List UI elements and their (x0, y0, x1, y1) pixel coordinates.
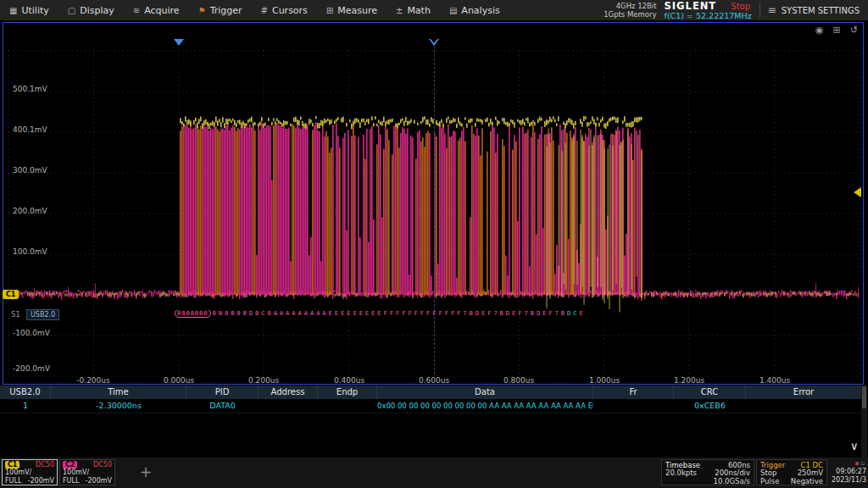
clock-date: 2023/11/3 (829, 476, 866, 485)
c2-scale: 100mV/ (63, 469, 89, 477)
cell-data: 0x00 00 00 00 00 00 00 00 00 AA AA AA AA… (377, 399, 593, 413)
decode-payload: 0N0000D0C0AAAAAAAAAEEEEEEEEEFFFFFFFFFFFF… (213, 310, 567, 317)
rotate-icon[interactable]: ↺ (850, 25, 858, 36)
menu-right-cluster: 4GHz 12Bit 1Gpts Memory SIGLENT Stop f(C… (604, 0, 868, 20)
menu-display-label: Display (80, 5, 114, 16)
menu-utility-label: Utility (21, 5, 48, 16)
col-fr[interactable]: Fr (593, 385, 674, 399)
menu-display[interactable]: ▢ Display (58, 0, 124, 20)
x-label-7: 1.200us (664, 376, 715, 385)
cell-endp (318, 399, 377, 413)
decode-crc-field: DC (567, 310, 579, 317)
decode-sync-field: 0000000 (175, 310, 211, 318)
y-label-neg100: -100.0mV (13, 329, 55, 337)
col-data[interactable]: Data (377, 385, 593, 399)
decode-end: E (579, 310, 585, 317)
spec-bandwidth: 4GHz 12Bit (604, 2, 656, 10)
menu-measure[interactable]: ⊞ Measure (317, 0, 387, 20)
col-bus[interactable]: USB2.0 (0, 385, 51, 399)
col-endp[interactable]: Endp (318, 385, 377, 399)
table-scrollbar-thumb[interactable] (862, 386, 866, 408)
decode-slot-label: S1 (11, 310, 20, 319)
col-error[interactable]: Error (746, 385, 861, 399)
brand-logo: SIGLENT (665, 0, 717, 12)
y-label-100: 100.0mV (13, 247, 55, 256)
trigger-level: 250mV (798, 469, 823, 477)
plot-toolbar: ◉ ⊞ ↺ (815, 25, 858, 36)
x-label-4: 0.600us (409, 376, 459, 385)
scroll-down-chevron[interactable]: ∨ (850, 440, 859, 452)
y-label-neg200: -200.0mV (13, 364, 55, 373)
timebase-scale: 200ns/div (715, 469, 750, 477)
menu-measure-label: Measure (337, 5, 377, 16)
utility-icon: ▦ (9, 6, 17, 15)
x-label-0: -0.200us (68, 376, 119, 385)
y-label-300: 300.0mV (13, 166, 55, 175)
x-label-3: 0.400us (324, 376, 375, 385)
divider (760, 3, 760, 18)
trigger-level-arrow[interactable] (854, 187, 861, 197)
menu-cursors[interactable]: # Cursors (252, 0, 317, 20)
menu-trigger-label: Trigger (210, 5, 242, 16)
c2-coupling: DC50 (93, 461, 112, 469)
y-label-400: 400.1mV (13, 125, 55, 134)
decode-table-header: USB2.0 Time PID Address Endp Data Fr CRC… (0, 385, 861, 399)
trigger-type: Pulse (760, 477, 779, 485)
col-time[interactable]: Time (51, 385, 186, 399)
menu-cursors-label: Cursors (272, 5, 308, 16)
c1-chip: C1 (5, 461, 19, 469)
menu-analysis-label: Analysis (461, 5, 499, 16)
system-settings-button[interactable]: ≡ SYSTEM SETTINGS (768, 4, 863, 16)
time-zero-marker[interactable] (174, 39, 184, 46)
trigger-flag-icon: ⚑ (198, 6, 206, 15)
waveform-display-frame[interactable] (3, 22, 864, 385)
timebase-title: Timebase (665, 461, 700, 469)
c1-bandwidth: FULL (5, 477, 21, 485)
menu-acquire-label: Acquire (144, 5, 179, 16)
menu-math-label: Math (407, 5, 431, 16)
spec-memory: 1Gpts Memory (604, 10, 656, 19)
c1-ground-marker[interactable]: C1 (3, 290, 19, 299)
frequency-readout: f(C1) = 52.22217MHz (665, 11, 752, 20)
x-label-8: 1.400us (749, 376, 800, 385)
timebase-descriptor[interactable]: Timebase 600ns 20.0kpts 200ns/div 10.0GS… (661, 459, 754, 485)
trigger-title: Trigger (760, 461, 785, 469)
c1-scale: 100mV/ (5, 469, 31, 477)
menu-utility[interactable]: ▦ Utility (0, 0, 58, 20)
decode-bus-badge[interactable]: USB2.0 (26, 309, 59, 320)
table-row[interactable]: 1 -2.30000ns DATA0 0x00 00 00 00 00 00 0… (0, 399, 861, 413)
channel-c1-descriptor[interactable]: C1 DC50 100mV/ FULL -200mV (2, 459, 58, 485)
trigger-position-line (434, 46, 435, 374)
x-label-5: 0.800us (493, 376, 544, 385)
cell-crc: 0xCEB6 (674, 399, 746, 413)
col-crc[interactable]: CRC (674, 385, 746, 399)
analysis-icon: ▤ (449, 6, 457, 15)
c2-chip: C2 (63, 461, 77, 469)
brand-block: SIGLENT Stop f(C1) = 52.22217MHz (665, 0, 752, 20)
cell-address (259, 399, 318, 413)
channel-c2-descriptor[interactable]: C2 DC50 100mV/ FULL -200mV (59, 459, 115, 485)
camera-icon[interactable]: ◉ (815, 25, 824, 36)
crosshair-icon[interactable]: ⊞ (833, 25, 841, 36)
system-settings-label: SYSTEM SETTINGS (782, 6, 860, 15)
menu-analysis[interactable]: ▤ Analysis (440, 0, 509, 20)
acquire-icon: ≋ (133, 6, 140, 15)
footer-status-icon-2: ▫ (860, 460, 866, 467)
trigger-descriptor[interactable]: Trigger C1 DC Stop 250mV Pulse Negative (756, 459, 827, 485)
cell-time: -2.30000ns (51, 399, 186, 413)
col-pid[interactable]: PID (186, 385, 259, 399)
c2-offset: -200mV (86, 477, 112, 485)
scope-specs: 4GHz 12Bit 1Gpts Memory (604, 2, 656, 19)
menu-acquire[interactable]: ≋ Acquire (124, 0, 189, 20)
menu-trigger[interactable]: ⚑ Trigger (189, 0, 252, 20)
x-label-6: 1.000us (579, 376, 630, 385)
clock-block: ▪▫ 09:06:27 2023/11/3 (829, 459, 866, 485)
col-address[interactable]: Address (259, 385, 318, 399)
trigger-mode: Stop (760, 469, 776, 477)
timebase-delay: 600ns (728, 461, 750, 469)
status-bar: C1 DC50 100mV/ FULL -200mV C2 DC50 100mV… (0, 458, 868, 488)
add-channel-button[interactable]: + (127, 461, 164, 485)
timebase-points: 20.0kpts (665, 469, 697, 477)
math-icon: ± (396, 6, 403, 15)
menu-math[interactable]: ± Math (387, 0, 440, 20)
